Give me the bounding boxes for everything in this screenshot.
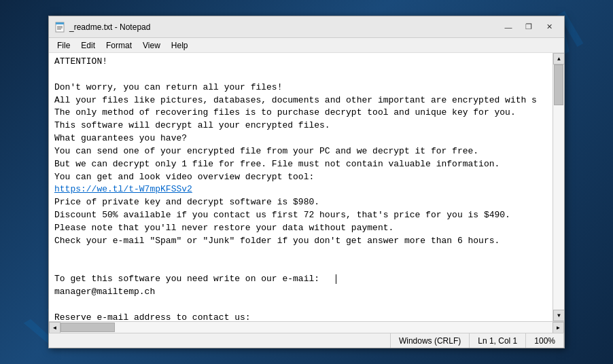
close-button[interactable]: ✕ [540,20,559,34]
scroll-track-v[interactable] [553,65,564,310]
title-bar: _readme.txt - Notepad — ❐ ✕ [49,16,564,38]
text-editor[interactable]: ATTENTION! Don't worry, you can return a… [49,53,553,321]
text-cursor [336,274,336,284]
minimize-button[interactable]: — [499,20,518,34]
menu-format[interactable]: Format [101,39,137,52]
menu-help[interactable]: Help [166,39,194,52]
menu-view[interactable]: View [137,39,166,52]
status-bar: Windows (CRLF) Ln 1, Col 1 100% [49,333,564,348]
content-area: ATTENTION! Don't worry, you can return a… [49,53,564,321]
status-zoom: 100% [526,333,564,348]
notepad-icon [54,22,65,33]
scroll-thumb-h[interactable] [60,323,115,332]
status-encoding: Windows (CRLF) [391,333,470,348]
status-empty [49,333,391,348]
scroll-left-button[interactable]: ◀ [49,322,60,333]
menu-file[interactable]: File [52,39,75,52]
menu-edit[interactable]: Edit [75,39,101,52]
scroll-up-button[interactable]: ▲ [553,53,564,65]
restore-button[interactable]: ❐ [519,20,538,34]
horizontal-scrollbar[interactable]: ◀ ▶ [49,321,564,333]
status-line-col: Ln 1, Col 1 [470,333,526,348]
scroll-thumb-v[interactable] [554,65,563,105]
vertical-scrollbar[interactable]: ▲ ▼ [553,53,564,321]
menu-bar: File Edit Format View Help [49,38,564,53]
scroll-track-h[interactable] [60,322,553,333]
decrypt-link[interactable]: https://we.tl/t-W7mpKFSSv2 [54,184,192,194]
notepad-window: _readme.txt - Notepad — ❐ ✕ File Edit Fo… [48,16,565,348]
svg-rect-1 [56,22,64,24]
scroll-right-button[interactable]: ▶ [553,322,564,333]
scroll-down-button[interactable]: ▼ [553,310,564,321]
window-controls: — ❐ ✕ [499,20,559,34]
window-title: _readme.txt - Notepad [69,22,499,32]
